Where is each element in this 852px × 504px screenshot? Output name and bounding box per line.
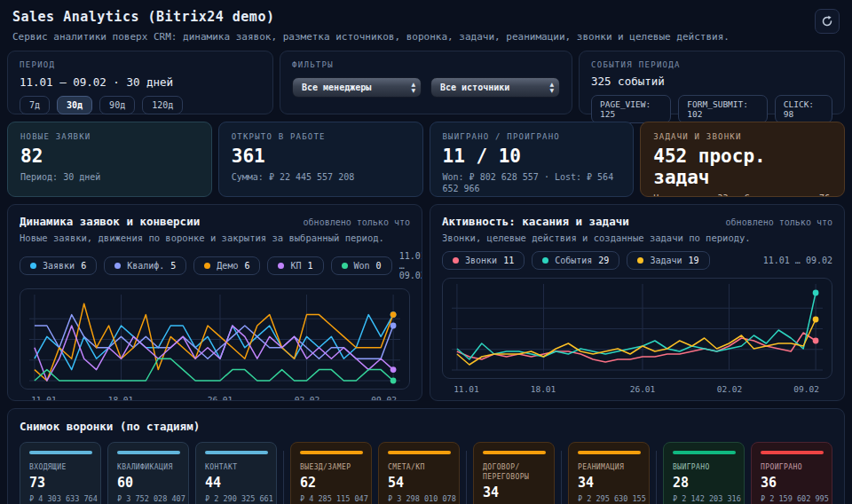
x-tick-26.01: 26.01 [630,384,656,394]
legend-series-value: 11 [503,256,514,265]
legend-dot-icon [30,263,36,269]
kpi-value: 452 проср. задач [653,146,832,188]
stage-label: ПРОИГРАНО [761,462,824,472]
x-tick-18.01: 18.01 [108,395,134,401]
legend-series-name: Won [354,261,370,271]
chart-updated-badge: обновлено только что [304,217,410,227]
line-chart-leads [20,288,410,390]
funnel-title: Снимок воронки (по стадиям) [20,420,832,433]
filters-label: ФИЛЬТРЫ [292,60,560,69]
period-option-30д[interactable]: 30д [57,96,92,114]
stage-count: 54 [388,475,451,491]
stage-label: ДОГОВОР/ПЕРЕГОВОРЫ [483,462,546,482]
kpi-open-in-work: ОТКРЫТО В РАБОТЕ 361 Сумма: ₽ 22 445 557… [218,122,423,197]
legend-chip-Задачи[interactable]: Задачи19 [627,251,709,270]
legend-series-value: 19 [689,256,699,265]
chart-range: 11.01 … 09.02 [399,251,422,280]
legend-chip-События[interactable]: События29 [532,251,619,270]
funnel-panel: Снимок воронки (по стадиям) ВХОДЯЩИЕ73₽ … [7,408,845,504]
events-total: 325 событий [591,75,832,88]
legend-dot-icon [278,263,284,269]
funnel-stage-card: СМЕТА/КП54₽ 3 298 010 078 [378,442,460,504]
legend-series-name: События [555,256,592,265]
chart-title: Динамика заявок и конверсии [20,215,200,228]
funnel-stage-card: ВХОДЯЩИЕ73₽ 4 303 633 764 [20,442,101,504]
period-options: 7д30д90д120д [20,96,261,114]
funnel-divider [656,451,657,504]
legend-chip-Заявки[interactable]: Заявки6 [20,256,97,275]
stage-label: ВЫЕЗД/ЗАМЕР [300,462,363,472]
period-panel: ПЕРИОД 11.01 — 09.02 · 30 дней 7д30д90д1… [7,51,273,114]
legend-chip-Демо[interactable]: Демо6 [193,256,260,275]
legend-series-value: 6 [244,261,249,271]
stage-amount: ₽ 4 303 633 764 [29,494,92,503]
legend-dot-icon [114,263,121,269]
x-tick-09.02: 09.02 [371,395,397,401]
x-tick-26.01: 26.01 [208,395,233,401]
stage-count: 36 [761,475,824,491]
line-chart-activity [442,278,832,379]
legend-series-value: 5 [170,261,176,271]
sources-select[interactable]: Все источники [430,77,560,98]
filters-panel: ФИЛЬТРЫ Все менеджеры ▲▼ Все источники ▲… [280,51,572,114]
stage-color-bar [761,451,824,454]
stage-color-bar [388,451,451,454]
refresh-button[interactable] [815,9,840,34]
stage-amount: ₽ 3 752 028 407 [117,494,180,503]
kpi-sub: На сегодня: 33 · Скор звонков: 76 [653,193,832,197]
stage-label: ВХОДЯЩИЕ [29,462,92,472]
legend-chip-Won[interactable]: Won0 [331,256,392,275]
kpi-label: ОТКРЫТО В РАБОТЕ [232,132,410,141]
period-option-90д[interactable]: 90д [99,96,135,114]
event-badge-2: CLICK: 98 [775,95,832,123]
x-tick-02.02: 02.02 [717,384,743,394]
kpi-sub: Сумма: ₽ 22 445 557 208 [232,171,410,183]
x-tick-11.01: 11.01 [31,395,57,401]
legend-series-name: Заявки [43,261,75,271]
period-option-120д[interactable]: 120д [142,96,183,114]
legend-series-name: Задачи [650,256,682,265]
legend-chip-КП[interactable]: КП1 [267,256,323,275]
x-axis-labels: 11.0118.0126.0102.0209.02 [442,384,832,396]
kpi-tasks-calls: ЗАДАЧИ И ЗВОНКИ 452 проср. задач На сего… [640,122,845,197]
funnel-stage-card: ДОГОВОР/ПЕРЕГОВОРЫ34₽ 2 220 814 096 [473,442,555,504]
chart-updated-badge: обновлено только что [726,217,832,227]
legend-series-value: 6 [81,261,86,271]
stage-color-bar [29,451,92,454]
x-tick-09.02: 09.02 [793,384,819,394]
kpi-value: 11 / 10 [443,146,621,167]
legend-dot-icon [342,263,348,269]
chart-subtitle: Звонки, целевые действия и созданные зад… [442,232,832,243]
chart-range: 11.01 … 09.02 [763,256,832,265]
funnel-stage-card: ВЫИГРАНО28₽ 2 142 203 316 [663,442,745,504]
legend-series-value: 29 [598,256,609,265]
legend-dot-icon [542,257,548,264]
funnel-stage-card: ПРОИГРАНО36₽ 2 159 602 995 [751,442,832,504]
chart-legend: Звонки11События29Задачи19 [442,251,710,270]
sales-analytics-dashboard: Sales Analytics (Bitrix24 demo) Сервис а… [0,0,852,504]
period-option-7д[interactable]: 7д [20,96,50,114]
kpi-row: НОВЫЕ ЗАЯВКИ 82 Период: 30 дней ОТКРЫТО … [7,122,845,197]
stage-label: ВЫИГРАНО [673,462,736,472]
stage-color-bar [300,451,363,454]
funnel-stage-card: РЕАНИМАЦИЯ34₽ 2 295 630 155 [568,442,650,504]
funnel-cards: ВХОДЯЩИЕ73₽ 4 303 633 764КВАЛИФИКАЦИЯ60₽… [20,442,832,504]
managers-select[interactable]: Все менеджеры [292,77,422,98]
stage-count: 44 [205,475,268,491]
kpi-value: 361 [232,146,410,167]
period-value: 11.01 — 09.02 · 30 дней [20,75,261,89]
legend-dot-icon [453,257,459,264]
stage-label: СМЕТА/КП [388,462,451,472]
refresh-icon [821,15,833,28]
legend-chip-Звонки[interactable]: Звонки11 [442,251,525,270]
stage-color-bar [578,451,641,454]
stage-amount: ₽ 2 159 602 995 [761,494,824,503]
legend-dot-icon [637,257,643,264]
stage-count: 28 [673,475,736,491]
page-subtitle: Сервис аналитики поверх CRM: динамика за… [12,31,730,43]
legend-chip-Квалиф.[interactable]: Квалиф.5 [104,256,186,275]
funnel-stage-card: КОНТАКТ44₽ 2 290 325 661 [195,442,277,504]
legend-series-name: Демо [217,261,238,271]
x-tick-18.01: 18.01 [531,384,556,394]
legend-series-value: 0 [376,261,382,271]
